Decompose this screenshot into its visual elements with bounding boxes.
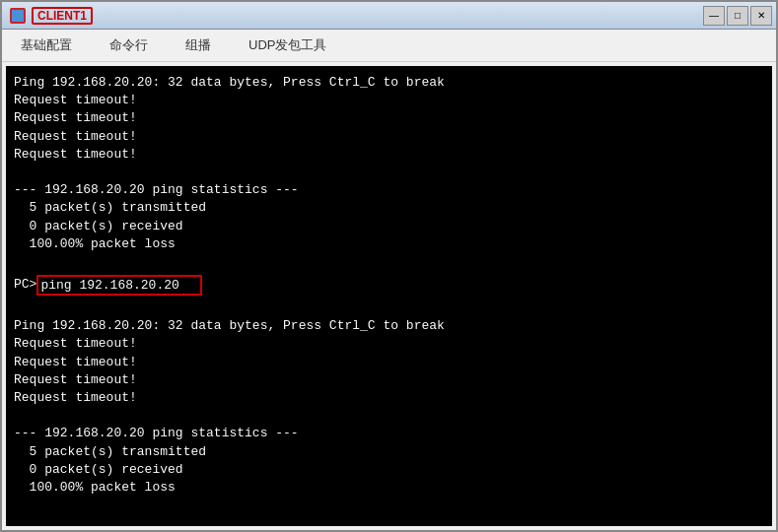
title-bar: CLIENT1 — □ ✕ <box>2 2 776 30</box>
window-title: CLIENT1 <box>32 7 93 25</box>
block1-line5: Request timeout! <box>14 146 764 164</box>
block2-line3: Request timeout! <box>14 354 764 371</box>
block1-loss: 100.00% packet loss <box>14 235 764 253</box>
empty-line-3 <box>14 299 764 317</box>
empty-line-4 <box>14 407 764 425</box>
block2-received: 0 packet(s) received <box>14 461 764 479</box>
block1-transmitted: 5 packet(s) transmitted <box>14 199 764 217</box>
command-input[interactable] <box>36 275 202 296</box>
block1-line1: Ping 192.168.20.20: 32 data bytes, Press… <box>14 74 764 92</box>
title-controls: — □ ✕ <box>703 6 772 26</box>
window-icon <box>10 8 26 24</box>
menu-bar: 基础配置 命令行 组播 UDP发包工具 <box>2 30 776 62</box>
tab-udp-tool[interactable]: UDP发包工具 <box>230 32 345 59</box>
block1-received: 0 packet(s) received <box>14 218 764 235</box>
block2-stats: --- 192.168.20.20 ping statistics --- <box>14 425 764 442</box>
empty-line-1 <box>14 164 764 181</box>
tab-multicast[interactable]: 组播 <box>167 32 230 59</box>
minimize-button[interactable]: — <box>703 6 725 26</box>
block2-line5: Request timeout! <box>14 389 764 407</box>
block2-transmitted: 5 packet(s) transmitted <box>14 443 764 461</box>
block1-line4: Request timeout! <box>14 128 764 146</box>
terminal-wrapper: Ping 192.168.20.20: 32 data bytes, Press… <box>2 62 776 530</box>
block2-loss: 100.00% packet loss <box>14 479 764 497</box>
maximize-button[interactable]: □ <box>727 6 748 26</box>
close-button[interactable]: ✕ <box>750 6 772 26</box>
command-line: PC> <box>14 275 764 296</box>
block2-line1: Ping 192.168.20.20: 32 data bytes, Press… <box>14 317 764 335</box>
block1-line2: Request timeout! <box>14 92 764 109</box>
block2-line4: Request timeout! <box>14 371 764 389</box>
tab-basic-config[interactable]: 基础配置 <box>2 32 91 59</box>
block1-stats: --- 192.168.20.20 ping statistics --- <box>14 181 764 199</box>
block1-line3: Request timeout! <box>14 109 764 127</box>
block2-line2: Request timeout! <box>14 335 764 353</box>
empty-line-2 <box>14 253 764 271</box>
command-prompt: PC> <box>14 276 36 294</box>
terminal[interactable]: Ping 192.168.20.20: 32 data bytes, Press… <box>6 66 772 526</box>
tab-command-line[interactable]: 命令行 <box>91 32 167 59</box>
main-window: CLIENT1 — □ ✕ 基础配置 命令行 组播 UDP发包工具 Ping 1… <box>0 0 778 532</box>
title-bar-left: CLIENT1 <box>10 7 93 25</box>
